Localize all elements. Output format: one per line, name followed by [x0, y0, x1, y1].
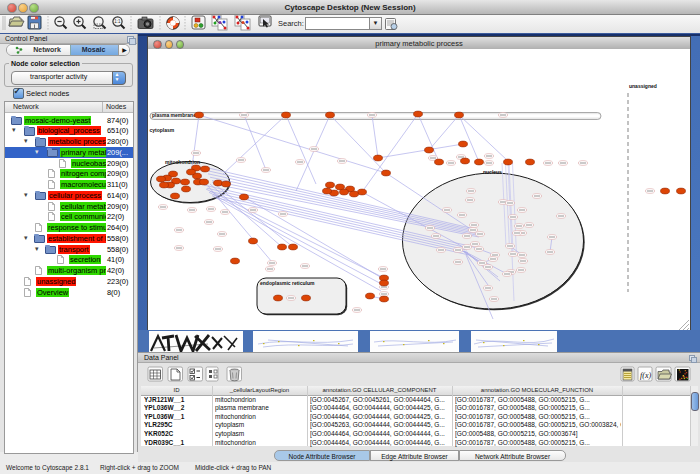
svg-text:cytoplasm: cytoplasm: [150, 127, 175, 133]
svg-text:mitochondrion: mitochondrion: [165, 159, 200, 165]
svg-text:1:1: 1:1: [114, 19, 121, 24]
svg-text:unassigned: unassigned: [629, 83, 657, 89]
svg-text:nucleus: nucleus: [483, 169, 502, 175]
svg-text:Search:: Search:: [278, 19, 304, 28]
svg-text:plasma membrane: plasma membrane: [152, 112, 196, 118]
svg-text:endoplasmic reticulum: endoplasmic reticulum: [260, 280, 315, 286]
svg-text:f(x): f(x): [640, 371, 651, 380]
